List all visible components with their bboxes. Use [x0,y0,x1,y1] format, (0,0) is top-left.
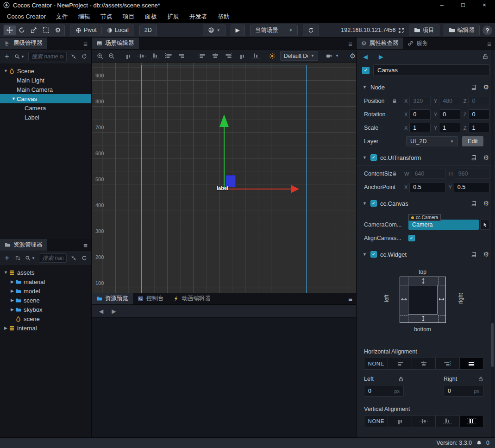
scale-tool-button[interactable] [28,25,40,35]
inspector-forward-icon[interactable]: ▶ [379,54,383,60]
align-tool-icon-3[interactable] [164,52,173,60]
panel-menu-icon[interactable]: ≡ [83,239,88,251]
search-filter-button[interactable]: ▼ [25,254,36,262]
position-y-field[interactable]: 480 [439,96,460,106]
tab-preview-0[interactable]: 资源预览 [92,293,133,304]
minimize-button[interactable]: – [431,0,452,10]
move-tool-button[interactable] [4,25,16,35]
scale-z-field[interactable]: 1 [468,123,489,133]
qr-code-icon[interactable] [398,27,404,33]
v-align-start-button[interactable] [388,415,412,427]
rotation-y-field[interactable]: 0 [439,109,460,120]
tab-assets[interactable]: 资源管理器 [0,239,47,251]
inspector-back-icon[interactable]: ◀ [363,54,368,60]
open-editor-button[interactable]: 编辑器 [444,25,480,36]
add-asset-button[interactable]: + [3,254,11,262]
bell-icon[interactable] [476,440,482,446]
lock-closed-icon[interactable] [392,98,397,104]
canvas-section-header[interactable]: ▼ ✓ cc.Canvas ⚙ [357,198,495,209]
anchor-y-field[interactable]: 0.5 [454,182,489,192]
content-width-field[interactable]: 640 [411,169,445,179]
align-tool-icon-1[interactable] [137,52,146,60]
gear-icon[interactable]: ⚙ [483,251,489,258]
tab-inspector-0[interactable]: ⚙属性检查器 [357,38,403,49]
close-button[interactable]: × [474,0,495,10]
content-height-field[interactable]: 960 [455,169,489,179]
tree-row[interactable]: ▶internal [0,323,91,333]
rotation-z-field[interactable]: 0 [468,109,489,120]
inspector-scrollbar[interactable] [491,50,494,437]
align-canvas-checkbox[interactable]: ✓ [408,235,415,241]
uitransform-section-header[interactable]: ▼ ✓ cc.UITransform ⚙ [357,152,495,163]
position-z-field[interactable]: 0 [468,96,489,106]
rotate-tool-button[interactable] [16,25,28,35]
scrollbar-thumb[interactable] [491,323,494,367]
node-active-checkbox[interactable]: ✓ [362,67,370,74]
collapse-all-icon[interactable] [70,254,77,262]
forward-icon[interactable]: ▶ [112,309,116,314]
scale-x-field[interactable]: 1 [409,123,431,133]
align-tool-icon-8[interactable] [238,52,247,60]
add-node-button[interactable]: + [3,52,11,61]
h-align-none-button[interactable]: NONE [364,358,388,370]
node-picker-icon[interactable] [480,220,489,230]
docs-icon[interactable] [471,155,477,161]
canvas-enabled-checkbox[interactable]: ✓ [370,200,377,207]
help-button[interactable]: ? [482,25,492,35]
menu-item[interactable]: 项目 [118,10,140,23]
h-align-start-button[interactable] [388,358,412,370]
node-section-header[interactable]: ▼ Node ⚙ [357,82,495,93]
gizmo-x-arrow-icon[interactable] [291,185,299,193]
align-tool-icon-6[interactable] [211,52,220,60]
menu-item[interactable]: 文件 [51,10,73,23]
left-offset-field[interactable]: 0px [364,385,404,397]
tree-row[interactable]: ▶material [0,277,91,286]
widget-bottom-arrow-icon[interactable] [421,315,425,322]
mode-2d-button[interactable]: 2D [139,25,157,36]
h-align-center-button[interactable] [412,358,436,370]
layer-edit-button[interactable]: Edit [462,136,483,146]
zoom-in-icon[interactable] [96,52,104,60]
tree-row[interactable]: Label [0,113,91,122]
anchor-x-field[interactable]: 0.5 [409,182,445,192]
tree-expand-icon[interactable]: ▶ [9,298,15,303]
lock-open-icon[interactable] [482,53,489,60]
tree-row[interactable]: ▶scene [0,296,91,305]
widget-section-header[interactable]: ▼ ✓ cc.Widget ⚙ [357,249,495,260]
tab-inspector-1[interactable]: 服务 [403,38,432,49]
refresh-icon[interactable] [81,52,88,61]
tree-row[interactable]: ▶skybox [0,305,91,314]
align-tool-icon-7[interactable] [224,52,233,60]
gizmo-mode-dropdown[interactable]: Default De...▼ [280,51,318,61]
play-button[interactable]: ▶ [231,25,245,36]
preview-target-button[interactable]: ▼ [203,25,226,36]
tab-hierarchy[interactable]: 层级管理器 [0,38,47,49]
tree-row[interactable]: ▼Canvas [0,94,91,103]
widget-outer-square[interactable] [400,277,446,323]
menu-item[interactable]: 帮助 [213,10,235,23]
align-tool-icon-9[interactable] [251,52,260,60]
lock-open-icon[interactable] [398,376,404,382]
menu-item[interactable]: 开发者 [184,10,213,23]
tab-scene-editor[interactable]: 场景编辑器 [92,38,139,49]
menu-item[interactable]: Cocos Creator [2,10,51,23]
menu-item[interactable]: 节点 [95,10,118,23]
tree-expand-icon[interactable]: ▶ [9,289,15,293]
tree-row[interactable]: ▼assets [0,268,91,277]
tree-expand-icon[interactable]: ▼ [3,69,9,73]
v-align-none-button[interactable]: NONE [364,415,388,427]
tree-row[interactable]: Main Camera [0,85,91,94]
collapse-all-icon[interactable] [70,52,77,61]
menu-item[interactable]: 编辑 [73,10,95,23]
docs-icon[interactable] [471,252,477,258]
h-align-stretch-button[interactable] [460,358,483,370]
v-align-center-button[interactable] [412,415,436,427]
docs-icon[interactable] [471,201,477,207]
camera-view-dropdown[interactable]: ▼ [322,51,342,61]
search-filter-button[interactable]: ▼ [14,52,25,61]
panel-menu-icon[interactable]: ≡ [348,38,352,50]
widget-enabled-checkbox[interactable]: ✓ [370,251,377,258]
panel-menu-icon[interactable]: ≡ [487,38,491,50]
gear-icon[interactable]: ⚙ [483,200,489,207]
scene-viewport[interactable]: 9008007006005004003002001000 200-1000100… [92,63,356,318]
